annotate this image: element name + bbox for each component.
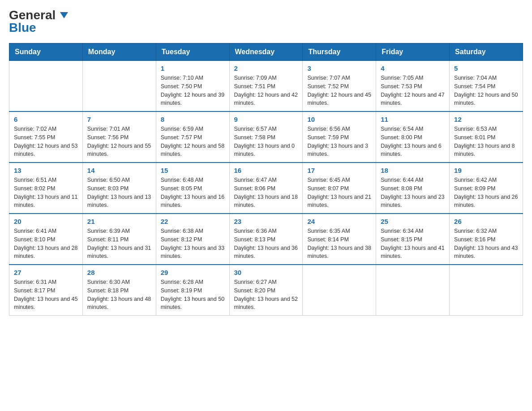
- day-number: 21: [87, 218, 151, 225]
- day-info: Sunrise: 6:35 AMSunset: 8:14 PMDaylight:…: [307, 227, 371, 261]
- day-info: Sunrise: 6:32 AMSunset: 8:16 PMDaylight:…: [454, 227, 518, 261]
- day-number: 25: [381, 218, 445, 225]
- day-info: Sunrise: 7:07 AMSunset: 7:52 PMDaylight:…: [307, 74, 371, 107]
- calendar-day-cell: 10Sunrise: 6:56 AMSunset: 7:59 PMDayligh…: [303, 111, 376, 163]
- day-info: Sunrise: 6:57 AMSunset: 7:58 PMDaylight:…: [234, 125, 298, 158]
- day-number: 1: [161, 64, 225, 72]
- day-info: Sunrise: 6:34 AMSunset: 8:15 PMDaylight:…: [381, 227, 445, 261]
- calendar-day-cell: 12Sunrise: 6:53 AMSunset: 8:01 PMDayligh…: [450, 111, 523, 163]
- calendar-day-cell: 6Sunrise: 7:02 AMSunset: 7:55 PMDaylight…: [9, 111, 83, 163]
- logo-blue-text: Blue: [9, 21, 36, 34]
- day-number: 14: [87, 167, 151, 174]
- calendar-day-cell: 21Sunrise: 6:39 AMSunset: 8:11 PMDayligh…: [82, 214, 156, 265]
- day-info: Sunrise: 6:30 AMSunset: 8:18 PMDaylight:…: [87, 278, 151, 312]
- calendar-day-cell: 9Sunrise: 6:57 AMSunset: 7:58 PMDaylight…: [229, 111, 303, 163]
- page-header: General Blue: [9, 9, 523, 34]
- day-info: Sunrise: 6:28 AMSunset: 8:19 PMDaylight:…: [161, 278, 225, 312]
- day-number: 7: [87, 116, 151, 123]
- day-number: 27: [14, 269, 78, 276]
- calendar-day-cell: 15Sunrise: 6:48 AMSunset: 8:05 PMDayligh…: [156, 163, 229, 214]
- calendar-day-cell: 1Sunrise: 7:10 AMSunset: 7:50 PMDaylight…: [156, 61, 229, 112]
- day-number: 20: [14, 218, 78, 225]
- calendar-day-cell: 28Sunrise: 6:30 AMSunset: 8:18 PMDayligh…: [82, 265, 156, 316]
- calendar-day-cell: 17Sunrise: 6:45 AMSunset: 8:07 PMDayligh…: [303, 163, 376, 214]
- calendar-day-cell: [450, 265, 523, 316]
- calendar-day-cell: 27Sunrise: 6:31 AMSunset: 8:17 PMDayligh…: [9, 265, 83, 316]
- day-number: 15: [161, 167, 225, 174]
- day-info: Sunrise: 7:01 AMSunset: 7:56 PMDaylight:…: [87, 125, 151, 158]
- logo-general-text: General: [9, 9, 68, 21]
- day-info: Sunrise: 6:53 AMSunset: 8:01 PMDaylight:…: [454, 125, 518, 158]
- day-number: 10: [307, 116, 371, 123]
- day-info: Sunrise: 7:05 AMSunset: 7:53 PMDaylight:…: [381, 74, 445, 107]
- header-saturday: Saturday: [450, 43, 523, 61]
- calendar-day-cell: [376, 265, 450, 316]
- day-info: Sunrise: 6:56 AMSunset: 7:59 PMDaylight:…: [307, 125, 371, 158]
- day-number: 9: [234, 116, 298, 123]
- calendar-day-cell: 26Sunrise: 6:32 AMSunset: 8:16 PMDayligh…: [450, 214, 523, 265]
- day-number: 2: [234, 64, 298, 72]
- header-monday: Monday: [82, 43, 156, 61]
- calendar-day-cell: 13Sunrise: 6:51 AMSunset: 8:02 PMDayligh…: [9, 163, 83, 214]
- day-info: Sunrise: 6:50 AMSunset: 8:03 PMDaylight:…: [87, 176, 151, 210]
- header-tuesday: Tuesday: [156, 43, 229, 61]
- day-number: 8: [161, 116, 225, 123]
- calendar-week-row: 6Sunrise: 7:02 AMSunset: 7:55 PMDaylight…: [9, 111, 523, 163]
- day-number: 3: [307, 64, 371, 72]
- calendar-day-cell: 23Sunrise: 6:36 AMSunset: 8:13 PMDayligh…: [229, 214, 303, 265]
- day-info: Sunrise: 6:36 AMSunset: 8:13 PMDaylight:…: [234, 227, 298, 261]
- calendar-day-cell: 24Sunrise: 6:35 AMSunset: 8:14 PMDayligh…: [303, 214, 376, 265]
- day-info: Sunrise: 6:27 AMSunset: 8:20 PMDaylight:…: [234, 278, 298, 312]
- calendar-day-cell: 7Sunrise: 7:01 AMSunset: 7:56 PMDaylight…: [82, 111, 156, 163]
- day-number: 16: [234, 167, 298, 174]
- day-info: Sunrise: 7:10 AMSunset: 7:50 PMDaylight:…: [161, 74, 225, 107]
- calendar-day-cell: 18Sunrise: 6:44 AMSunset: 8:08 PMDayligh…: [376, 163, 450, 214]
- calendar-day-cell: 20Sunrise: 6:41 AMSunset: 8:10 PMDayligh…: [9, 214, 83, 265]
- day-number: 26: [454, 218, 518, 225]
- header-sunday: Sunday: [9, 43, 83, 61]
- calendar-day-cell: [303, 265, 376, 316]
- day-info: Sunrise: 6:54 AMSunset: 8:00 PMDaylight:…: [381, 125, 445, 158]
- day-info: Sunrise: 6:45 AMSunset: 8:07 PMDaylight:…: [307, 176, 371, 210]
- calendar-day-cell: 5Sunrise: 7:04 AMSunset: 7:54 PMDaylight…: [450, 61, 523, 112]
- day-number: 13: [14, 167, 78, 174]
- calendar-day-cell: 11Sunrise: 6:54 AMSunset: 8:00 PMDayligh…: [376, 111, 450, 163]
- calendar-day-cell: 19Sunrise: 6:42 AMSunset: 8:09 PMDayligh…: [450, 163, 523, 214]
- calendar-day-cell: 14Sunrise: 6:50 AMSunset: 8:03 PMDayligh…: [82, 163, 156, 214]
- day-info: Sunrise: 6:51 AMSunset: 8:02 PMDaylight:…: [14, 176, 78, 210]
- header-wednesday: Wednesday: [229, 43, 303, 61]
- day-number: 23: [234, 218, 298, 225]
- calendar-week-row: 27Sunrise: 6:31 AMSunset: 8:17 PMDayligh…: [9, 265, 523, 316]
- calendar-table: SundayMondayTuesdayWednesdayThursdayFrid…: [9, 43, 523, 316]
- day-number: 29: [161, 269, 225, 276]
- day-number: 22: [161, 218, 225, 225]
- calendar-day-cell: [9, 61, 83, 112]
- day-number: 5: [454, 64, 518, 72]
- day-info: Sunrise: 6:41 AMSunset: 8:10 PMDaylight:…: [14, 227, 78, 261]
- day-number: 4: [381, 64, 445, 72]
- day-number: 28: [87, 269, 151, 276]
- day-number: 30: [234, 269, 298, 276]
- day-number: 17: [307, 167, 371, 174]
- day-number: 18: [381, 167, 445, 174]
- day-number: 12: [454, 116, 518, 123]
- day-info: Sunrise: 6:38 AMSunset: 8:12 PMDaylight:…: [161, 227, 225, 261]
- calendar-day-cell: 25Sunrise: 6:34 AMSunset: 8:15 PMDayligh…: [376, 214, 450, 265]
- header-friday: Friday: [376, 43, 450, 61]
- day-info: Sunrise: 6:39 AMSunset: 8:11 PMDaylight:…: [87, 227, 151, 261]
- calendar-week-row: 1Sunrise: 7:10 AMSunset: 7:50 PMDaylight…: [9, 61, 523, 112]
- day-info: Sunrise: 6:31 AMSunset: 8:17 PMDaylight:…: [14, 278, 78, 312]
- calendar-day-cell: 2Sunrise: 7:09 AMSunset: 7:51 PMDaylight…: [229, 61, 303, 112]
- day-number: 19: [454, 167, 518, 174]
- day-info: Sunrise: 7:02 AMSunset: 7:55 PMDaylight:…: [14, 125, 78, 158]
- day-number: 11: [381, 116, 445, 123]
- day-info: Sunrise: 6:42 AMSunset: 8:09 PMDaylight:…: [454, 176, 518, 210]
- day-number: 24: [307, 218, 371, 225]
- day-info: Sunrise: 7:09 AMSunset: 7:51 PMDaylight:…: [234, 74, 298, 107]
- calendar-week-row: 13Sunrise: 6:51 AMSunset: 8:02 PMDayligh…: [9, 163, 523, 214]
- day-info: Sunrise: 7:04 AMSunset: 7:54 PMDaylight:…: [454, 74, 518, 107]
- calendar-week-row: 20Sunrise: 6:41 AMSunset: 8:10 PMDayligh…: [9, 214, 523, 265]
- header-thursday: Thursday: [303, 43, 376, 61]
- day-info: Sunrise: 6:44 AMSunset: 8:08 PMDaylight:…: [381, 176, 445, 210]
- calendar-day-cell: 4Sunrise: 7:05 AMSunset: 7:53 PMDaylight…: [376, 61, 450, 112]
